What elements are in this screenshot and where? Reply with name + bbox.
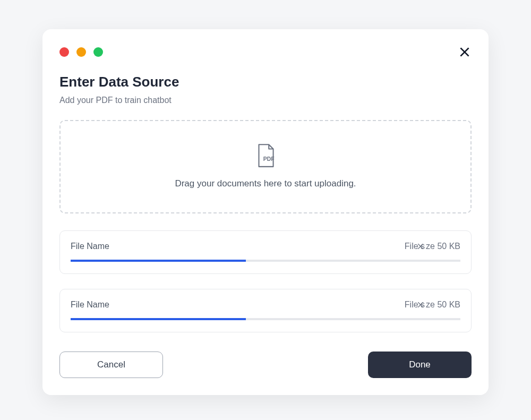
remove-file-icon[interactable] (416, 242, 425, 251)
svg-text:PDF: PDF (263, 156, 275, 162)
remove-file-icon[interactable] (416, 301, 425, 309)
done-button[interactable]: Done (368, 352, 472, 378)
maximize-window-icon[interactable] (93, 47, 103, 57)
file-size-suffix: ze 50 KB (426, 300, 460, 310)
pdf-file-icon: PDF (252, 142, 279, 171)
file-name-label: File Name (71, 242, 109, 251)
modal-footer: Cancel Done (59, 352, 472, 378)
upload-progress-track (71, 318, 460, 320)
data-source-modal: Enter Data Source Add your PDF to train … (42, 29, 489, 395)
file-size-label: File s ze 50 KB (405, 300, 460, 310)
file-name-label: File Name (71, 300, 109, 310)
file-header: File Name File s ze 50 KB (71, 242, 460, 251)
upload-file-item: File Name File s ze 50 KB (59, 230, 472, 274)
window-titlebar (59, 45, 472, 59)
modal-subtitle: Add your PDF to train chatbot (59, 96, 472, 105)
upload-progress-track (71, 260, 460, 262)
file-size-label: File s ze 50 KB (405, 242, 460, 251)
modal-title: Enter Data Source (59, 74, 472, 90)
close-window-icon[interactable] (59, 47, 69, 57)
upload-dropzone[interactable]: PDF Drag your documents here to start up… (59, 120, 472, 213)
dropzone-hint: Drag your documents here to start upload… (71, 178, 460, 189)
traffic-lights (59, 47, 103, 57)
minimize-window-icon[interactable] (76, 47, 86, 57)
cancel-button[interactable]: Cancel (59, 352, 163, 378)
file-size-suffix: ze 50 KB (426, 242, 460, 251)
upload-file-item: File Name File s ze 50 KB (59, 289, 472, 332)
upload-progress-fill (71, 318, 246, 320)
upload-progress-fill (71, 260, 246, 262)
close-icon[interactable] (458, 45, 472, 59)
file-header: File Name File s ze 50 KB (71, 300, 460, 310)
